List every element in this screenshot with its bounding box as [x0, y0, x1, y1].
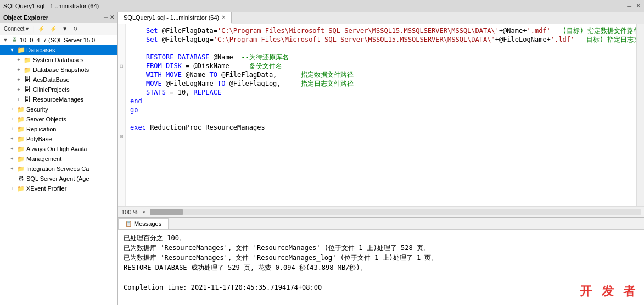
expander-polybase: +	[9, 136, 15, 142]
vertical-scrollbar[interactable]	[636, 24, 644, 206]
query-tab-active[interactable]: SQLQuery1.sql - 1...ministrator (64) ✕	[118, 12, 232, 24]
code-line-1: Set @FileFlagData='C:\Program Files\Micr…	[130, 26, 632, 35]
code-line-6: MOVE @FileLogName TO @FileFlagLog, ---指定…	[130, 79, 632, 88]
tree-item-resourcemanages[interactable]: + 🗄 ResourceManages	[0, 95, 117, 104]
object-explorer-header: Object Explorer ─ ✕	[0, 12, 117, 23]
expander-system-db: +	[15, 57, 22, 63]
collapse-gutter: ⊟ ⊟	[118, 24, 126, 206]
code-line-8: end	[130, 97, 632, 106]
polybase-icon: 📁	[16, 135, 25, 143]
server-icon: 🖥	[10, 36, 19, 44]
tree-label-management: Management	[26, 156, 61, 162]
editor-content: ⊟ ⊟ Set @FileFlagData='C:\Program Files\…	[118, 24, 644, 206]
tab-close-icon[interactable]: ✕	[221, 14, 226, 20]
tree-item-replication[interactable]: + 📁 Replication	[0, 124, 117, 134]
tree-label-clinicprojects: ClinicProjects	[33, 86, 70, 93]
zoom-level[interactable]: 100 %	[121, 209, 138, 215]
tree-item-databases[interactable]: ▼ 📁 Databases	[0, 45, 117, 55]
refresh-button[interactable]: ↻	[71, 25, 79, 32]
pin-button[interactable]: ─	[627, 3, 631, 9]
tree-item-polybase[interactable]: + 📁 PolyBase	[0, 134, 117, 144]
messages-tab-icon: 📋	[125, 221, 132, 227]
tree-label-acsdatabase: AcsDataBase	[33, 76, 70, 83]
tree-label-sqlagent: SQL Server Agent (Age	[26, 175, 89, 182]
editor-statusbar: 100 % ▾	[118, 206, 644, 217]
code-line-5: WITH MOVE @Name TO @FileFlagData, ---指定数…	[130, 70, 632, 79]
tree-label-security: Security	[26, 106, 48, 113]
code-line-2: Set @FileFlagLog='C:\Program Files\Micro…	[130, 35, 632, 44]
tree-label-server: 10_0_4_7 (SQL Server 15.0	[20, 37, 95, 43]
tree-item-xevent[interactable]: + 📁 XEvent Profiler	[0, 184, 117, 193]
tree-item-acsdatabase[interactable]: + 🗄 AcsDataBase	[0, 75, 117, 85]
messages-content: 已处理百分之 100。 已为数据库 'ResourceManages', 文件 …	[118, 230, 644, 305]
zoom-dropdown-icon[interactable]: ▾	[143, 209, 145, 215]
filter-settings-button[interactable]: ▼	[60, 25, 69, 32]
oe-title: Object Explorer	[3, 14, 48, 21]
tree-label-server-objects: Server Objects	[26, 116, 66, 123]
object-explorer-panel: Object Explorer ─ ✕ Connect ▾ | ⚡ ⚡ ▼ ↻ …	[0, 12, 118, 305]
collapse-btn-1[interactable]: ⊟	[118, 62, 125, 70]
msg-line-4: RESTORE DATABASE 成功处理了 529 页, 花费 0.094 秒…	[124, 263, 639, 273]
close-icon[interactable]: ✕	[110, 14, 114, 20]
clinicdb-icon: 🗄	[23, 86, 32, 93]
messages-tab[interactable]: 📋 Messages	[118, 218, 169, 229]
tree-label-xevent: XEvent Profiler	[26, 185, 66, 192]
server-objects-icon: 📁	[16, 115, 25, 123]
editor-tab-bar: SQLQuery1.sql - 1...ministrator (64) ✕	[118, 12, 644, 24]
xevent-icon: 📁	[16, 185, 25, 192]
tree-item-alwayson[interactable]: + 📁 Always On High Availa	[0, 144, 117, 154]
expander-server-objects: +	[9, 117, 15, 122]
security-icon: 📁	[16, 106, 25, 113]
messages-tab-label: Messages	[134, 220, 161, 227]
tree-item-management[interactable]: + 📁 Management	[0, 154, 117, 164]
expander-alwayson: +	[9, 146, 15, 152]
query-tab-label: SQLQuery1.sql - 1...ministrator (64)	[124, 14, 219, 21]
tree-label-db-snapshots: Database Snapshots	[33, 66, 89, 73]
close-button[interactable]: ✕	[636, 2, 641, 9]
tree-label-polybase: PolyBase	[26, 136, 52, 142]
expander-management: +	[9, 156, 15, 162]
msg-line-3: 已为数据库 'ResourceManages', 文件 'ResourceMan…	[124, 253, 639, 263]
collapse-btn-2[interactable]: ⊟	[118, 132, 125, 141]
pin-icon[interactable]: ─	[104, 14, 108, 20]
expander-replication: +	[9, 126, 15, 132]
msg-line-2: 已为数据库 'ResourceManages', 文件 'ResourceMan…	[124, 243, 639, 253]
watermark: 开 发 者	[580, 283, 639, 300]
horizontal-scrollbar[interactable]	[150, 209, 641, 215]
connect-button[interactable]: Connect ▾	[2, 25, 30, 32]
expander-xevent: +	[9, 186, 15, 191]
messages-tab-bar: 📋 Messages	[118, 218, 644, 230]
sqlagent-icon: ⚙	[16, 175, 25, 182]
expander-clinic: +	[15, 87, 22, 92]
tree-item-server[interactable]: ▼ 🖥 10_0_4_7 (SQL Server 15.0	[0, 35, 117, 45]
tree-label-integration: Integration Services Ca	[26, 165, 89, 172]
object-explorer-tree: ▼ 🖥 10_0_4_7 (SQL Server 15.0 ▼ 📁 Databa…	[0, 35, 117, 305]
tree-item-integration[interactable]: + 📁 Integration Services Ca	[0, 164, 117, 174]
msg-line-1: 已处理百分之 100。	[124, 233, 639, 243]
tree-item-system-databases[interactable]: + 📁 System Databases	[0, 55, 117, 65]
messages-panel: 📋 Messages 已处理百分之 100。 已为数据库 'ResourceMa…	[118, 217, 644, 305]
oe-header-icons: ─ ✕	[104, 14, 114, 20]
tree-item-server-objects[interactable]: + 📁 Server Objects	[0, 114, 117, 124]
databases-folder-icon: 📁	[16, 46, 25, 54]
expander-acsdb: +	[15, 77, 22, 82]
resourcedb-icon: 🗄	[23, 96, 32, 103]
integration-icon: 📁	[16, 165, 25, 173]
expander-sqlagent: ─	[9, 176, 15, 181]
tree-item-clinicprojects[interactable]: + 🗄 ClinicProjects	[0, 85, 117, 95]
tree-item-security[interactable]: + 📁 Security	[0, 104, 117, 114]
window-title: SQLQuery1.sql - 1...ministrator (64)	[3, 3, 627, 9]
filter-button[interactable]: ⚡	[48, 25, 58, 32]
code-editor[interactable]: Set @FileFlagData='C:\Program Files\Micr…	[126, 24, 636, 206]
expander-integration: +	[9, 166, 15, 171]
system-db-icon: 📁	[23, 56, 32, 64]
expander-db-snapshots: +	[15, 67, 22, 73]
new-query-button[interactable]: ⚡	[36, 25, 46, 32]
replication-icon: 📁	[16, 125, 25, 133]
tree-item-sqlagent[interactable]: ─ ⚙ SQL Server Agent (Age	[0, 174, 117, 184]
code-line-7: STATS = 10, REPLACE	[130, 88, 632, 97]
tree-item-db-snapshots[interactable]: + 📁 Database Snapshots	[0, 65, 117, 75]
expander-resource: +	[15, 97, 22, 102]
msg-line-5: Completion time: 2021-11-17T20:45:35.719…	[124, 282, 639, 292]
expander-server: ▼	[2, 37, 9, 43]
